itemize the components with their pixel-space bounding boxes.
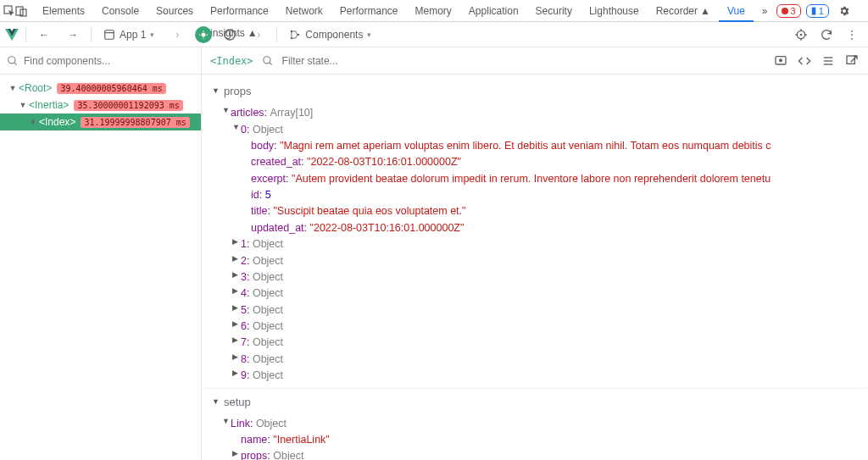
more-icon[interactable]: ⋮ [860, 1, 868, 21]
find-components-input[interactable] [24, 55, 194, 67]
open-in-editor-icon[interactable] [844, 53, 860, 69]
errors-badge[interactable]: 3 [776, 4, 801, 18]
svg-rect-1 [16, 7, 23, 15]
selected-component-title: <Index> [210, 55, 253, 67]
svg-point-11 [800, 34, 801, 35]
svg-point-12 [8, 56, 15, 63]
vue-logo-icon [5, 28, 19, 42]
setup-link-name[interactable]: name: "InertiaLink" [203, 432, 866, 448]
tab-performance[interactable]: Performance [331, 0, 407, 22]
tab-security[interactable]: Security [527, 0, 581, 22]
inspect-icon[interactable] [3, 1, 15, 21]
svg-point-17 [780, 59, 782, 62]
tab-console[interactable]: Console [93, 0, 147, 22]
vue-toolbar: ← → App 1▾ › › Components▾ ⋮ [0, 22, 868, 47]
field-excerpt[interactable]: excerpt: "Autem provident beatae dolorum… [203, 171, 866, 187]
prop-articles-4[interactable]: ▶4: Object [203, 285, 866, 302]
inspector-tab-icon[interactable] [195, 26, 212, 43]
kebab-icon[interactable]: ⋮ [841, 24, 863, 46]
svg-rect-3 [105, 30, 114, 39]
tab-perf-insights[interactable]: Performance insights▲ [202, 0, 277, 22]
tab-application[interactable]: Application [460, 0, 527, 22]
setup-link-props[interactable]: ▶props: Object [203, 448, 866, 460]
nav-next-icon[interactable]: › [166, 24, 188, 46]
inspector-pane: <Index> ▼props ▼articles: Array[10] ▼0: … [202, 47, 868, 460]
tab-network[interactable]: Network [277, 0, 331, 22]
search-icon [262, 55, 274, 67]
component-tree-pane: ▼<Root>39.40000005960464 ms▼<Inertia>35.… [0, 47, 202, 460]
svg-point-8 [291, 36, 292, 38]
filter-state-input[interactable] [282, 55, 765, 67]
tree-node-inertia[interactable]: ▼<Inertia>35.30000001192093 ms [0, 97, 201, 114]
tab-recorder[interactable]: Recorder▲ [648, 0, 719, 22]
inspect-dom-icon[interactable] [821, 53, 836, 69]
setup-link[interactable]: ▼Link: Object [203, 416, 866, 432]
target-icon[interactable] [790, 24, 812, 46]
nav-back-icon[interactable]: ← [33, 24, 55, 46]
app-selector[interactable]: App 1▾ [98, 25, 159, 45]
prop-articles-0[interactable]: ▼0: Object [203, 122, 866, 138]
view-selector[interactable]: Components▾ [284, 25, 376, 45]
info-badge[interactable]: ▮1 [806, 4, 829, 18]
refresh-icon[interactable] [815, 24, 837, 46]
tab-elements[interactable]: Elements [34, 0, 93, 22]
tab-memory[interactable]: Memory [407, 0, 460, 22]
prop-articles-3[interactable]: ▶3: Object [203, 269, 866, 285]
state-inspector: ▼props ▼articles: Array[10] ▼0: Object b… [202, 75, 868, 460]
svg-line-13 [14, 62, 17, 64]
prop-articles[interactable]: ▼articles: Array[10] [203, 105, 866, 121]
show-code-icon[interactable] [797, 53, 812, 69]
svg-line-15 [269, 62, 271, 64]
tree-node-index[interactable]: ▼<Index>31.19999998807907 ms [0, 114, 201, 130]
tree-node-root[interactable]: ▼<Root>39.40000005960464 ms [0, 80, 201, 97]
prop-articles-5[interactable]: ▶5: Object [203, 302, 866, 319]
tab-sources[interactable]: Sources [147, 0, 202, 22]
section-props[interactable]: ▼props [203, 78, 866, 105]
field-created-at[interactable]: created_at: "2022-08-03T10:16:01.000000Z… [203, 154, 866, 170]
timeline-tab-icon[interactable] [219, 24, 241, 46]
nav-forward-icon[interactable]: → [62, 24, 84, 46]
svg-point-5 [202, 32, 206, 36]
search-icon [7, 55, 19, 67]
prop-articles-7[interactable]: ▶7: Object [203, 335, 866, 351]
devtools-tab-bar: Elements Console Sources Performance ins… [0, 0, 868, 22]
field-updated-at[interactable]: updated_at: "2022-08-03T10:16:01.000000Z… [203, 220, 866, 236]
field-body[interactable]: body: "Magni rem amet aperiam voluptas e… [203, 138, 866, 154]
prop-articles-1[interactable]: ▶1: Object [203, 236, 866, 252]
field-id[interactable]: id: 5 [203, 187, 866, 203]
scroll-to-icon[interactable] [773, 53, 788, 69]
section-setup[interactable]: ▼setup [203, 389, 866, 416]
tabs-overflow[interactable]: » [754, 0, 776, 22]
nav-next2-icon[interactable]: › [248, 24, 270, 46]
prop-articles-9[interactable]: ▶9: Object [203, 368, 866, 384]
svg-point-14 [263, 56, 270, 63]
tab-lighthouse[interactable]: Lighthouse [581, 0, 648, 22]
prop-articles-6[interactable]: ▶6: Object [203, 319, 866, 335]
field-title[interactable]: title: "Suscipit beatae quia eos volupta… [203, 203, 866, 219]
prop-articles-2[interactable]: ▶2: Object [203, 253, 866, 269]
prop-articles-8[interactable]: ▶8: Object [203, 352, 866, 368]
gear-icon[interactable] [834, 1, 854, 21]
svg-point-7 [291, 30, 292, 31]
tab-vue[interactable]: Vue [719, 0, 754, 22]
device-icon[interactable] [15, 1, 27, 21]
